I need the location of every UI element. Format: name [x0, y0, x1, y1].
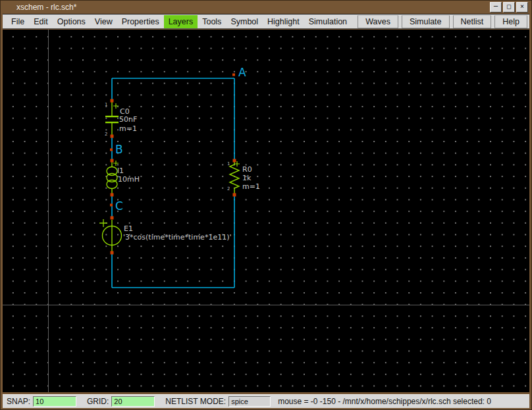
menu-symbol[interactable]: Symbol: [226, 15, 263, 28]
anchor-label-c: [110, 204, 113, 207]
waves-button[interactable]: Waves: [358, 15, 398, 28]
menu-simulation[interactable]: Simulation: [304, 15, 352, 28]
source-value[interactable]: '3*cos(time*time*time*1e11)': [123, 234, 231, 242]
schematic-canvas[interactable]: C0 50nF m=1 l1 10mH E1 '3*cos(time*time*…: [3, 30, 529, 392]
anchor-label-a: [232, 74, 235, 76]
voltage-source-plus-mark: [99, 219, 107, 227]
window-controls: ─ □ ×: [490, 2, 528, 13]
pin-source-2: [111, 251, 114, 255]
capacitor-pin2-number: 2: [105, 132, 107, 137]
resistor-mult[interactable]: m=1: [242, 183, 260, 191]
pin-source-1: [111, 217, 114, 220]
capacitor-pin1-number: 1: [105, 103, 107, 107]
resistor-value[interactable]: 1k: [242, 174, 251, 182]
resistor-pin2-number: 2: [227, 187, 230, 192]
menu-tools[interactable]: Tools: [198, 15, 226, 28]
pin-inductor-2: [111, 193, 114, 197]
voltage-source-symbol[interactable]: [99, 219, 122, 251]
menu-properties[interactable]: Properties: [117, 15, 164, 28]
inductor-ref[interactable]: l1: [117, 167, 124, 175]
menu-layers[interactable]: Layers: [164, 15, 198, 28]
pin-capacitor-1: [111, 99, 114, 103]
inductor-value[interactable]: 10mH: [118, 176, 140, 184]
net-label-b[interactable]: B: [115, 144, 123, 155]
schematic-drawing: [3, 30, 529, 392]
help-button[interactable]: Help: [494, 15, 527, 28]
menu-options[interactable]: Options: [53, 15, 90, 28]
pin-resistor-2: [233, 193, 236, 197]
netlist-mode-label: NETLIST MODE:: [165, 397, 226, 406]
grid-label: GRID:: [87, 397, 109, 406]
snap-input[interactable]: 10: [33, 396, 76, 407]
menu-bar: File Edit Options View Properties Layers…: [3, 14, 529, 29]
pin-capacitor-2: [111, 135, 114, 138]
grid-input[interactable]: 20: [111, 396, 155, 407]
menu-edit[interactable]: Edit: [29, 15, 53, 28]
pin-inductor-1: [111, 159, 114, 163]
resistor-pin1-number: 1: [227, 162, 230, 167]
netlist-mode-input[interactable]: spice: [228, 396, 271, 407]
menu-highlight[interactable]: Highlight: [263, 15, 304, 28]
resistor-ref[interactable]: R0: [242, 166, 252, 174]
xschem-window: { "window": { "title": "xschem - rlc.sch…: [0, 0, 532, 410]
net-label-a[interactable]: A: [238, 67, 246, 78]
resistor-symbol[interactable]: [230, 161, 240, 195]
snap-label: SNAP:: [7, 397, 30, 406]
minimize-icon[interactable]: ─: [490, 2, 502, 13]
net-label-c[interactable]: C: [115, 201, 123, 212]
close-icon[interactable]: ×: [516, 2, 528, 13]
status-bar: SNAP: 10 GRID: 20 NETLIST MODE: spice mo…: [3, 394, 529, 408]
netlist-button[interactable]: Netlist: [453, 15, 492, 28]
title-bar[interactable]: xschem - rlc.sch* ─ □ ×: [0, 0, 532, 14]
menu-view[interactable]: View: [90, 15, 117, 28]
source-ref[interactable]: E1: [124, 225, 133, 233]
inductor-plus-mark: [113, 161, 119, 166]
mouse-coordinates-text: mouse = -0 -150 - /mnt/x/home/schippes/x…: [278, 397, 491, 406]
inductor-symbol[interactable]: [107, 161, 119, 195]
anchor-label-b: [110, 149, 113, 151]
capacitor-mult[interactable]: m=1: [119, 125, 137, 133]
window-title: xschem - rlc.sch*: [16, 3, 76, 12]
capacitor-plus-mark: [113, 103, 119, 109]
capacitor-value[interactable]: 50nF: [119, 116, 137, 124]
maximize-icon[interactable]: □: [503, 2, 515, 13]
menu-file[interactable]: File: [7, 15, 29, 28]
simulate-button[interactable]: Simulate: [402, 15, 450, 28]
pin-resistor-1: [233, 159, 236, 163]
